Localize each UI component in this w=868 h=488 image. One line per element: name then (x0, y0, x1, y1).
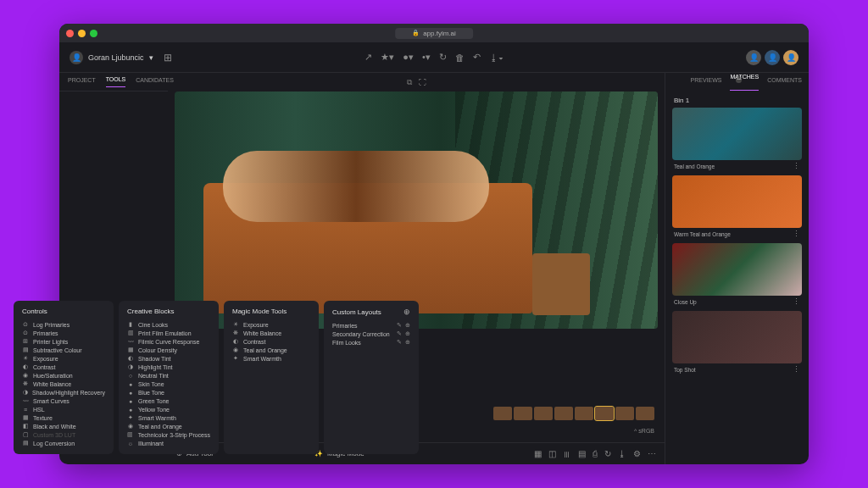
match-item[interactable]: Teal and Orange⋮ (672, 108, 802, 172)
tool-item[interactable]: ⊙Log Primaries (59, 320, 105, 329)
tool-item[interactable]: ●Yellow Tone (127, 405, 210, 413)
tool-label: Log Conversion (59, 441, 75, 446)
tool-item[interactable]: ◉Teal and Orange (232, 346, 310, 354)
tool-item[interactable]: 〰Filmic Curve Response (127, 337, 210, 346)
tool-icon: ◉ (127, 423, 134, 430)
collaborator-avatar[interactable]: 👤 (746, 50, 761, 65)
user-menu[interactable]: 👤 Goran Ljubuncic ▾ (70, 51, 153, 64)
apply-icon[interactable]: ⊕ (405, 339, 410, 346)
tool-item[interactable]: ◐Contrast (232, 337, 310, 346)
tool-item[interactable]: ✦Smart Warmth (127, 413, 210, 422)
match-name: Teal and Orange (674, 164, 715, 169)
tool-icon: ▥ (127, 431, 134, 438)
panel-controls: Controls ⊙Log Primaries⊙Primaries⊞Printe… (59, 301, 114, 454)
maximize-window-icon[interactable] (90, 30, 97, 37)
tool-item[interactable]: ▤Log Conversion (59, 439, 105, 447)
tool-item[interactable]: ☀Exposure (59, 354, 105, 363)
apply-icon[interactable]: ⊕ (405, 322, 410, 329)
viewer-top-icons: ⧉ ⛶ (168, 73, 665, 92)
tab-comments[interactable]: COMMENTS (767, 77, 802, 87)
kebab-icon[interactable]: ⋮ (793, 230, 800, 238)
tool-icon: ✦ (232, 355, 239, 362)
tool-label: White Balance (243, 330, 281, 336)
tool-item[interactable]: ⊞Printer Lights (59, 337, 105, 346)
tool-item[interactable]: ◑Highlight Tint (127, 363, 210, 371)
tool-item[interactable]: 〰Smart Curves (59, 396, 105, 405)
tabs-left: PROJECTTOOLSCANDIDATES (59, 73, 168, 92)
tool-icon: ◉ (232, 347, 239, 353)
tool-item[interactable]: ◐Shadow Tint (127, 354, 210, 363)
add-layout-button[interactable]: ⊕ (403, 308, 410, 316)
main-image[interactable] (175, 92, 658, 329)
tool-item[interactable]: ◉Hue/Saturation (59, 371, 105, 380)
tab-tools[interactable]: TOOLS (106, 76, 126, 87)
tool-label: Smart Warmth (138, 415, 176, 421)
fullscreen-icon[interactable]: ⛶ (419, 78, 426, 86)
share-icon[interactable]: ↗ (364, 52, 372, 63)
tool-label: Teal and Orange (138, 424, 182, 430)
custom-layout-row[interactable]: Primaries✎⊕ (332, 321, 410, 330)
tool-item[interactable]: ✦Smart Warmth (232, 354, 310, 363)
tool-label: Blue Tone (138, 390, 164, 396)
tool-item[interactable]: ☼Illuminant (127, 439, 210, 447)
panel-title: Controls (59, 308, 105, 315)
tool-item[interactable]: ●Green Tone (127, 396, 210, 405)
star-icon[interactable]: ★▾ (381, 52, 394, 63)
close-window-icon[interactable] (66, 30, 74, 37)
collaborator-avatar[interactable]: 👤 (765, 50, 780, 65)
download-icon[interactable]: ⭳▾ (489, 53, 504, 63)
tool-item[interactable]: ▥Technicolor 3-Strip Process (127, 430, 210, 439)
tool-item[interactable]: ◐Contrast (59, 363, 105, 371)
tool-item[interactable]: ▦Texture (59, 413, 105, 422)
edit-icon[interactable]: ✎ (397, 339, 402, 346)
edit-icon[interactable]: ✎ (397, 322, 402, 329)
collaborator-avatar[interactable]: 👤 (783, 50, 798, 65)
tool-item[interactable]: ▢Custom 3D LUT (59, 430, 105, 439)
topbar: 👤 Goran Ljubuncic ▾ ⊞ ↗★▾●▾•▾↻🗑↶⭳▾ 👤 👤 👤 (59, 42, 809, 73)
minimize-window-icon[interactable] (78, 30, 86, 37)
tool-item[interactable]: ◧Black and White (59, 422, 105, 430)
tool-icon: ❋ (232, 330, 239, 336)
tab-previews[interactable]: PREVIEWS (690, 77, 721, 87)
kebab-icon[interactable]: ⋮ (793, 162, 800, 170)
tool-item[interactable]: ◑Shadow/Highlight Recovery (59, 388, 105, 396)
custom-layout-row[interactable]: Secondary Correction✎⊕ (332, 330, 410, 338)
tool-label: Green Tone (138, 398, 169, 404)
match-item[interactable]: Close Up⋮ (672, 243, 802, 308)
trash-icon[interactable]: 🗑 (455, 53, 465, 63)
custom-layout-row[interactable]: Film Looks✎⊕ (332, 338, 410, 347)
tool-item[interactable]: ☀Exposure (232, 320, 310, 329)
refresh-icon[interactable]: ↻ (439, 52, 447, 63)
compare-icon[interactable]: ⧉ (407, 78, 412, 87)
apply-icon[interactable]: ⊕ (405, 330, 410, 337)
tool-label: Shadow/Highlight Recovery (59, 390, 105, 396)
tool-item[interactable]: ❋White Balance (59, 380, 105, 388)
tool-item[interactable]: ▥Print Film Emulation (127, 329, 210, 337)
toolbar-center: ↗★▾●▾•▾↻🗑↶⭳▾ (364, 52, 504, 63)
tool-item[interactable]: ●Blue Tone (127, 388, 210, 396)
tab-project[interactable]: PROJECT (68, 77, 96, 87)
tool-icon: ☼ (127, 440, 134, 446)
tool-label: Smart Warmth (243, 356, 281, 362)
tool-item[interactable]: ▤Subtractive Colour (59, 346, 105, 354)
panel-custom-layouts: Custom Layouts ⊕ Primaries✎⊕Secondary Co… (324, 301, 419, 454)
match-item[interactable]: Warm Teal and Orange⋮ (672, 175, 802, 240)
badge: 12 (736, 77, 742, 83)
tool-label: Teal and Orange (243, 347, 287, 353)
circle-icon[interactable]: ●▾ (403, 52, 414, 63)
tool-item[interactable]: ▦Colour Density (127, 346, 210, 354)
apps-grid-icon[interactable]: ⊞ (164, 52, 172, 64)
tool-label: Custom 3D LUT (59, 432, 75, 438)
edit-icon[interactable]: ✎ (397, 330, 402, 337)
tool-label: Highlight Tint (138, 364, 172, 370)
tool-item[interactable]: ○Neutral Tint (127, 371, 210, 380)
dot-icon[interactable]: •▾ (422, 52, 431, 63)
tool-item[interactable]: ●Skin Tone (127, 380, 210, 388)
tab-matches[interactable]: MATCHES12 (730, 74, 759, 91)
tool-item[interactable]: ≡HSL (59, 405, 105, 413)
tool-item[interactable]: ◉Teal and Orange (127, 422, 210, 430)
undo-icon[interactable]: ↶ (473, 52, 481, 63)
tool-item[interactable]: ❋White Balance (232, 329, 310, 337)
tool-item[interactable]: ▮Cine Looks (127, 320, 210, 329)
tool-item[interactable]: ⊙Primaries (59, 329, 105, 337)
